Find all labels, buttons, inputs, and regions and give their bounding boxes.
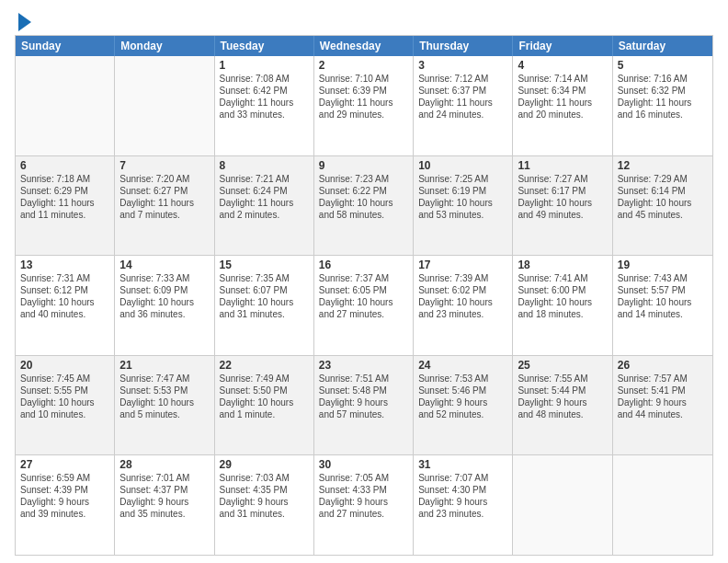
cell-line: Sunset: 6:17 PM (518, 185, 607, 197)
cell-line: Sunset: 6:32 PM (618, 85, 708, 97)
header-cell-monday: Monday (115, 36, 214, 56)
calendar-cell: 18Sunrise: 7:41 AMSunset: 6:00 PMDayligh… (513, 256, 612, 355)
calendar-cell: 21Sunrise: 7:47 AMSunset: 5:53 PMDayligh… (115, 356, 214, 455)
cell-line: Sunset: 6:22 PM (319, 185, 408, 197)
day-number: 19 (618, 259, 708, 271)
cell-line: Daylight: 10 hours (518, 197, 607, 209)
cell-line: Sunrise: 7:51 AM (319, 373, 408, 385)
cell-line: and 58 minutes. (319, 209, 408, 221)
cell-line: Sunrise: 7:08 AM (220, 73, 309, 85)
calendar-cell: 12Sunrise: 7:29 AMSunset: 6:14 PMDayligh… (613, 156, 712, 256)
calendar-cell: 24Sunrise: 7:53 AMSunset: 5:46 PMDayligh… (414, 356, 513, 455)
cell-line: Daylight: 10 hours (20, 396, 109, 408)
cell-line: and 33 minutes. (220, 109, 309, 121)
cell-line: and 31 minutes. (220, 308, 309, 320)
cell-line: Sunrise: 7:45 AM (20, 373, 109, 385)
day-number: 6 (20, 159, 109, 172)
day-number: 16 (319, 259, 408, 271)
calendar-cell: 17Sunrise: 7:39 AMSunset: 6:02 PMDayligh… (414, 256, 513, 355)
cell-line: Sunset: 5:44 PM (518, 385, 607, 396)
cell-line: Sunrise: 7:35 AM (220, 272, 309, 284)
logo (15, 11, 31, 31)
cell-line: Daylight: 9 hours (319, 496, 408, 508)
cell-line: Sunset: 6:27 PM (119, 185, 209, 197)
cell-line: Sunset: 5:41 PM (618, 385, 708, 396)
day-number: 30 (319, 458, 408, 471)
cell-line: Daylight: 11 hours (119, 197, 209, 209)
cell-line: and 57 minutes. (319, 408, 408, 420)
cell-line: and 27 minutes. (319, 508, 408, 520)
calendar-cell: 4Sunrise: 7:14 AMSunset: 6:34 PMDaylight… (513, 56, 612, 155)
calendar-cell: 31Sunrise: 7:07 AMSunset: 4:30 PMDayligh… (414, 455, 513, 555)
day-number: 5 (618, 59, 708, 72)
page: SundayMondayTuesdayWednesdayThursdayFrid… (0, 0, 728, 563)
cell-line: and 24 minutes. (418, 109, 507, 121)
cell-line: Sunrise: 7:57 AM (618, 373, 708, 385)
calendar-cell: 9Sunrise: 7:23 AMSunset: 6:22 PMDaylight… (314, 156, 414, 256)
cell-line: Daylight: 9 hours (20, 496, 109, 508)
cell-line: Daylight: 9 hours (319, 396, 408, 408)
cell-line: Sunrise: 7:10 AM (319, 73, 408, 85)
cell-line: and 48 minutes. (518, 408, 607, 420)
cell-line: Sunset: 5:46 PM (418, 385, 507, 396)
cell-line: and 23 minutes. (418, 308, 507, 320)
cell-line: Sunrise: 7:18 AM (20, 173, 109, 185)
cell-line: and 45 minutes. (618, 209, 708, 221)
header-cell-saturday: Saturday (613, 36, 712, 56)
calendar-cell: 14Sunrise: 7:33 AMSunset: 6:09 PMDayligh… (115, 256, 214, 355)
day-number: 8 (220, 159, 309, 172)
calendar-row: 27Sunrise: 6:59 AMSunset: 4:39 PMDayligh… (16, 454, 712, 555)
calendar-cell: 6Sunrise: 7:18 AMSunset: 6:29 PMDaylight… (16, 156, 115, 256)
cell-line: Sunrise: 7:23 AM (319, 173, 408, 185)
day-number: 14 (119, 259, 209, 271)
calendar-cell (613, 455, 712, 555)
header-cell-sunday: Sunday (16, 36, 115, 56)
cell-line: and 53 minutes. (418, 209, 507, 221)
cell-line: Sunrise: 7:29 AM (618, 173, 708, 185)
calendar: SundayMondayTuesdayWednesdayThursdayFrid… (15, 35, 713, 556)
cell-line: Sunset: 4:35 PM (220, 484, 309, 496)
calendar-cell: 2Sunrise: 7:10 AMSunset: 6:39 PMDaylight… (314, 56, 414, 155)
cell-line: and 18 minutes. (518, 308, 607, 320)
day-number: 12 (618, 159, 708, 172)
cell-line: Sunrise: 7:47 AM (119, 373, 209, 385)
cell-line: Sunrise: 7:39 AM (418, 272, 507, 284)
calendar-cell: 28Sunrise: 7:01 AMSunset: 4:37 PMDayligh… (115, 455, 214, 555)
header-cell-tuesday: Tuesday (215, 36, 314, 56)
calendar-cell: 27Sunrise: 6:59 AMSunset: 4:39 PMDayligh… (16, 455, 115, 555)
cell-line: and 27 minutes. (319, 308, 408, 320)
day-number: 13 (20, 259, 109, 271)
logo-arrow-icon (18, 13, 31, 31)
cell-line: Sunset: 6:12 PM (20, 284, 109, 296)
day-number: 10 (418, 159, 507, 172)
cell-line: and 14 minutes. (618, 308, 708, 320)
cell-line: and 44 minutes. (618, 408, 708, 420)
cell-line: Daylight: 9 hours (418, 396, 507, 408)
day-number: 1 (220, 59, 309, 72)
cell-line: Daylight: 10 hours (319, 296, 408, 308)
cell-line: Daylight: 9 hours (618, 396, 708, 408)
cell-line: Daylight: 10 hours (220, 396, 309, 408)
calendar-cell (513, 455, 612, 555)
calendar-cell (16, 56, 115, 155)
cell-line: Sunrise: 7:20 AM (119, 173, 209, 185)
calendar-cell: 13Sunrise: 7:31 AMSunset: 6:12 PMDayligh… (16, 256, 115, 355)
cell-line: Daylight: 10 hours (618, 197, 708, 209)
cell-line: Sunrise: 7:12 AM (418, 73, 507, 85)
calendar-cell: 11Sunrise: 7:27 AMSunset: 6:17 PMDayligh… (513, 156, 612, 256)
day-number: 15 (220, 259, 309, 271)
calendar-cell: 1Sunrise: 7:08 AMSunset: 6:42 PMDaylight… (215, 56, 314, 155)
cell-line: Sunrise: 7:43 AM (618, 272, 708, 284)
cell-line: Daylight: 10 hours (20, 296, 109, 308)
calendar-cell: 30Sunrise: 7:05 AMSunset: 4:33 PMDayligh… (314, 455, 414, 555)
cell-line: Sunset: 4:30 PM (418, 484, 507, 496)
calendar-cell: 15Sunrise: 7:35 AMSunset: 6:07 PMDayligh… (215, 256, 314, 355)
calendar-cell: 22Sunrise: 7:49 AMSunset: 5:50 PMDayligh… (215, 356, 314, 455)
cell-line: Sunrise: 7:27 AM (518, 173, 607, 185)
day-number: 2 (319, 59, 408, 72)
header (15, 11, 713, 31)
cell-line: and 1 minute. (220, 408, 309, 420)
day-number: 4 (518, 59, 607, 72)
cell-line: Daylight: 11 hours (418, 97, 507, 109)
day-number: 17 (418, 259, 507, 271)
